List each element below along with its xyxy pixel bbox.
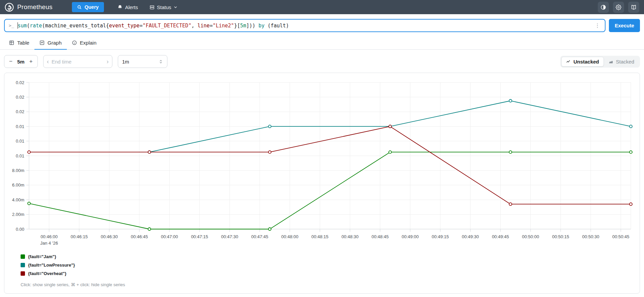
nav-query-label: Query [84, 4, 99, 10]
svg-text:00:49:45: 00:49:45 [492, 234, 509, 239]
promql-token: ( [27, 23, 30, 29]
theme-toggle-button[interactable] [598, 2, 609, 13]
svg-text:00:46:30: 00:46:30 [101, 234, 118, 239]
server-icon [150, 5, 155, 10]
legend-item[interactable]: {fault="Overheat"} [21, 271, 634, 276]
graph-canvas[interactable]: 0.002.00m4.00m6.00m8.00m0.010.010.010.02… [10, 78, 634, 248]
book-icon [631, 4, 637, 10]
data-point-marker [268, 228, 271, 230]
prometheus-logo-icon [5, 3, 14, 12]
svg-text:00:47:45: 00:47:45 [251, 234, 268, 239]
tab-graph[interactable]: Graph [34, 37, 67, 50]
brand: Prometheus [5, 3, 52, 12]
svg-text:4.00m: 4.00m [12, 197, 24, 202]
range-value[interactable]: 5m [15, 59, 27, 65]
data-point-marker [28, 151, 30, 153]
svg-text:00:46:00: 00:46:00 [41, 234, 58, 239]
svg-text:00:46:45: 00:46:45 [131, 234, 148, 239]
nav-alerts[interactable]: Alerts [113, 2, 142, 13]
settings-button[interactable] [613, 2, 624, 13]
promql-token: }[ [234, 23, 240, 29]
time-forward-icon[interactable]: › [107, 58, 109, 65]
promql-token: ])) [246, 23, 259, 29]
end-time-input[interactable] [49, 59, 107, 65]
svg-text:00:48:30: 00:48:30 [342, 234, 359, 239]
data-point-marker [389, 125, 392, 128]
unstacked-option[interactable]: Unstacked [561, 57, 604, 67]
legend-swatch [21, 263, 25, 267]
nav-alerts-label: Alerts [125, 4, 138, 10]
table-icon [9, 40, 14, 45]
resolution-select[interactable]: 1m [118, 55, 167, 68]
top-navbar: Prometheus Query Alerts Status [0, 0, 644, 14]
series-line [29, 126, 631, 204]
graph-panel: 0.002.00m4.00m6.00m8.00m0.010.010.010.02… [4, 73, 640, 294]
svg-text:00:50:45: 00:50:45 [612, 234, 629, 239]
tab-table[interactable]: Table [4, 37, 34, 50]
promql-token: = [210, 23, 213, 29]
graph-icon [39, 40, 45, 45]
legend-swatch [21, 254, 25, 259]
svg-text:00:49:00: 00:49:00 [402, 234, 419, 239]
graph-controls: − 5m + ‹ › 1m Unstacked [4, 55, 640, 68]
promql-token: { [106, 23, 109, 29]
promql-token: by [259, 23, 265, 29]
svg-text:0.01: 0.01 [16, 124, 24, 129]
svg-text:00:50:30: 00:50:30 [582, 234, 599, 239]
data-point-marker [148, 151, 151, 153]
promql-token: "FAULT_DETECTED" [142, 23, 191, 29]
docs-button[interactable] [628, 2, 639, 13]
bell-icon [117, 5, 123, 10]
stacked-option[interactable]: Stacked [604, 57, 639, 67]
promql-token: , [191, 23, 197, 29]
svg-text:00:48:15: 00:48:15 [311, 234, 328, 239]
nav-status-label: Status [157, 4, 171, 10]
promql-token: "Line2" [213, 23, 234, 29]
svg-text:00:49:15: 00:49:15 [432, 234, 449, 239]
range-decrease-button[interactable]: − [6, 58, 15, 65]
tab-graph-label: Graph [48, 40, 62, 46]
app-title: Prometheus [17, 3, 52, 11]
uplot-chart[interactable]: 0.002.00m4.00m6.00m8.00m0.010.010.010.02… [10, 78, 636, 248]
nav-query-button[interactable]: Query [72, 2, 104, 12]
data-point-marker [629, 203, 632, 205]
legend-item[interactable]: {fault="LowPressure"} [21, 263, 634, 268]
terminal-prompt-icon: >_ [9, 23, 14, 28]
gear-icon [616, 4, 621, 10]
data-point-marker [268, 151, 271, 153]
data-point-marker [629, 125, 632, 128]
execute-button[interactable]: Execute [609, 19, 640, 32]
svg-text:00:50:00: 00:50:00 [522, 234, 539, 239]
promql-input[interactable]: >_ sum(rate(machine_events_total{event_t… [4, 19, 606, 32]
svg-text:00:50:15: 00:50:15 [552, 234, 569, 239]
svg-text:0.02: 0.02 [16, 80, 24, 85]
promql-expression[interactable]: sum(rate(machine_events_total{event_type… [18, 22, 593, 29]
svg-text:00:49:30: 00:49:30 [462, 234, 479, 239]
tab-explain[interactable]: Explain [67, 37, 102, 50]
svg-text:2.00m: 2.00m [12, 212, 24, 217]
svg-text:0.00: 0.00 [16, 227, 24, 232]
promql-token: (fault) [265, 23, 289, 29]
query-options-kebab-icon[interactable]: ⋮ [593, 22, 601, 29]
series-line [29, 152, 631, 229]
promql-token: rate [30, 23, 42, 29]
svg-text:00:47:30: 00:47:30 [221, 234, 238, 239]
contrast-icon [600, 4, 606, 10]
stacking-toggle: Unstacked Stacked [560, 56, 640, 68]
data-point-marker [148, 228, 151, 230]
svg-text:00:48:45: 00:48:45 [372, 234, 389, 239]
svg-text:8.00m: 8.00m [12, 168, 24, 173]
query-row: >_ sum(rate(machine_events_total{event_t… [4, 19, 640, 32]
data-point-marker [268, 125, 271, 128]
series-legend: {fault="Jam"}{fault="LowPressure"}{fault… [21, 254, 634, 276]
end-time-picker: ‹ › [43, 55, 112, 68]
range-increase-button[interactable]: + [27, 58, 35, 65]
svg-text:00:47:15: 00:47:15 [191, 234, 208, 239]
svg-text:00:48:00: 00:48:00 [281, 234, 298, 239]
nav-status[interactable]: Status [145, 2, 182, 13]
resolution-value: 1m [122, 59, 129, 65]
line-chart-icon [566, 59, 571, 64]
legend-item[interactable]: {fault="Jam"} [21, 254, 634, 259]
range-stepper: − 5m + [4, 55, 38, 68]
search-icon [77, 5, 82, 9]
